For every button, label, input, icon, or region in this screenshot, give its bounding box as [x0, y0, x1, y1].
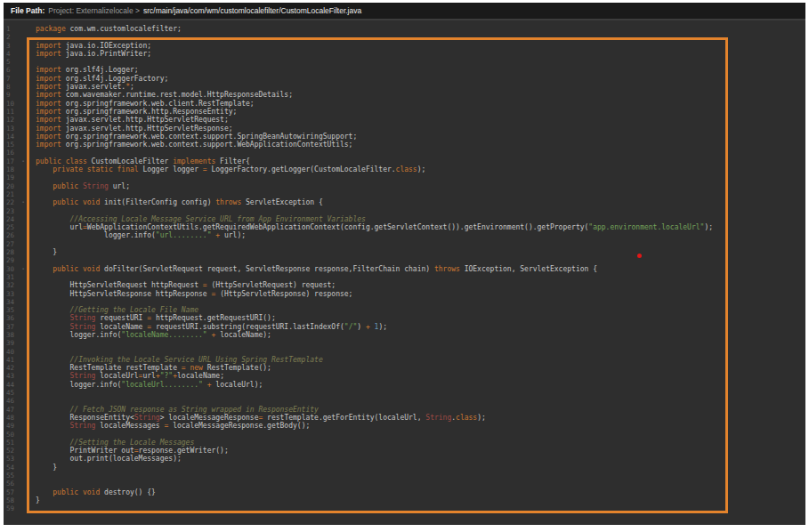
code-line[interactable]: 25 url=WebApplicationContextUtils.getReq…: [4, 223, 805, 231]
code-line[interactable]: 38 logger.info("localeName........" + lo…: [4, 331, 805, 339]
code-line[interactable]: 31: [4, 273, 805, 281]
line-number: 11: [4, 108, 19, 116]
line-number: 4: [4, 50, 19, 58]
code-line[interactable]: 43 String localeUrl=url+"?"+localeName;: [4, 372, 805, 380]
code-line[interactable]: 13import javax.servlet.http.HttpServletR…: [4, 125, 805, 133]
code-line[interactable]: 22- public void init(FilterConfig config…: [4, 198, 805, 206]
code-line[interactable]: 9import com.wavemaker.runtime.rest.model…: [4, 91, 805, 99]
code-line[interactable]: 34: [4, 298, 805, 306]
code-line[interactable]: 18 private static final Logger logger = …: [4, 165, 805, 173]
line-number: 49: [4, 422, 19, 430]
code-line[interactable]: 57 public void destroy() {}: [4, 488, 805, 496]
code-line[interactable]: 40: [4, 348, 805, 356]
code-line[interactable]: 44 logger.info("localeUrl........" + loc…: [4, 381, 805, 389]
code-line[interactable]: 2: [4, 33, 805, 41]
code-line[interactable]: 21: [4, 190, 805, 198]
code-line[interactable]: 37 String localeName = requestURI.substr…: [4, 323, 805, 331]
code-line[interactable]: 27: [4, 240, 805, 248]
line-number: 10: [4, 100, 19, 108]
code-line[interactable]: 4import java.io.PrintWriter;: [4, 50, 805, 58]
code-line[interactable]: 35 //Getting the Locale File Name: [4, 306, 805, 314]
line-number: 48: [4, 414, 19, 422]
code-line[interactable]: 19: [4, 173, 805, 181]
code-line[interactable]: 11import org.springframework.http.Respon…: [4, 108, 805, 116]
line-number: 33: [4, 290, 19, 298]
fold-marker-icon[interactable]: -: [19, 157, 28, 165]
code-line[interactable]: 6import org.slf4j.Logger;: [4, 66, 805, 74]
code-line[interactable]: 53 out.print(localeMessages);: [4, 455, 805, 463]
code-line[interactable]: 59: [4, 504, 805, 512]
code-line[interactable]: 10import org.springframework.web.client.…: [4, 100, 805, 108]
code-text: public void destroy() {}: [28, 488, 156, 496]
code-text: import org.springframework.web.context.s…: [28, 141, 352, 149]
line-number: 57: [4, 488, 19, 496]
line-number: 52: [4, 447, 19, 455]
code-line[interactable]: 5: [4, 58, 805, 66]
code-line[interactable]: 12import javax.servlet.http.HttpServletR…: [4, 116, 805, 124]
fold-spacer: [19, 33, 28, 41]
line-number: 30: [4, 265, 19, 273]
code-line[interactable]: 28 }: [4, 248, 805, 256]
code-line[interactable]: 56: [4, 480, 805, 488]
code-text: RestTemplate restTemplate = new RestTemp…: [28, 364, 271, 372]
code-line[interactable]: 55: [4, 472, 805, 480]
code-line[interactable]: 39: [4, 339, 805, 347]
fold-spacer: [19, 100, 28, 108]
code-line[interactable]: 52 PrintWriter out=response.getWriter();: [4, 447, 805, 455]
fold-spacer: [19, 165, 28, 173]
code-line[interactable]: 15import org.springframework.web.context…: [4, 141, 805, 149]
code-line[interactable]: 58}: [4, 496, 805, 504]
code-line[interactable]: 17-public class CustomLocaleFilter imple…: [4, 157, 805, 165]
code-line[interactable]: 46: [4, 397, 805, 405]
code-line[interactable]: 42 RestTemplate restTemplate = new RestT…: [4, 364, 805, 372]
code-line[interactable]: 24 //Accessing Locale Message Service UR…: [4, 215, 805, 223]
fold-spacer: [19, 231, 28, 239]
fold-spacer: [19, 42, 28, 50]
code-editor[interactable]: 1package com.wm.customlocalefilter;23imp…: [4, 20, 805, 513]
line-number: 45: [4, 389, 19, 397]
code-line[interactable]: 47 // Fetch JSON response as String wrap…: [4, 406, 805, 414]
code-line[interactable]: 8import javax.servlet.*;: [4, 83, 805, 91]
code-line[interactable]: 50: [4, 431, 805, 439]
line-number: 47: [4, 406, 19, 414]
fold-spacer: [19, 339, 28, 347]
code-line[interactable]: 45: [4, 389, 805, 397]
code-line[interactable]: 14import org.springframework.web.context…: [4, 133, 805, 141]
code-line[interactable]: 16: [4, 149, 805, 157]
code-line[interactable]: 49 String localeMessages = localeMessage…: [4, 422, 805, 430]
fold-spacer: [19, 190, 28, 198]
code-line[interactable]: 26 logger.info("url........" + url);: [4, 231, 805, 239]
code-text: import org.springframework.http.Response…: [28, 108, 237, 116]
code-line[interactable]: 20 public String url;: [4, 182, 805, 190]
fold-spacer: [19, 364, 28, 372]
code-text: [28, 149, 36, 157]
fold-spacer: [19, 108, 28, 116]
code-line[interactable]: 29: [4, 256, 805, 264]
line-number: 39: [4, 339, 19, 347]
code-text: ResponseEntity<String> localeMessageResp…: [28, 414, 486, 422]
code-line[interactable]: 30- public void doFilter(ServletRequest …: [4, 265, 805, 273]
fold-spacer: [19, 281, 28, 289]
code-line[interactable]: 1package com.wm.customlocalefilter;: [4, 25, 805, 33]
code-line[interactable]: 54 }: [4, 463, 805, 472]
fold-marker-icon[interactable]: -: [19, 265, 28, 273]
fold-spacer: [19, 348, 28, 356]
code-lines[interactable]: 1package com.wm.customlocalefilter;23imp…: [4, 25, 805, 513]
code-line[interactable]: 7import org.slf4j.LoggerFactory;: [4, 75, 805, 83]
code-line[interactable]: 36 String requestURI = httpRequest.getRe…: [4, 314, 805, 322]
code-line[interactable]: 33 HttpServletResponse httpResponse = (H…: [4, 290, 805, 298]
fold-marker-icon[interactable]: -: [19, 198, 28, 206]
code-line[interactable]: 48 ResponseEntity<String> localeMessageR…: [4, 414, 805, 422]
code-line[interactable]: 3import java.io.IOException;: [4, 42, 805, 50]
code-line[interactable]: 23: [4, 207, 805, 215]
code-line[interactable]: 41 //Invoking the Locale Service URL Usi…: [4, 356, 805, 364]
code-text: [28, 256, 36, 264]
code-text: [28, 173, 36, 181]
fold-spacer: [19, 125, 28, 133]
fold-spacer: [19, 314, 28, 322]
code-text: [28, 504, 36, 512]
line-number: 15: [4, 141, 19, 149]
code-line[interactable]: 51 //Setting the Locale Messages: [4, 439, 805, 447]
code-line[interactable]: 32 HttpServletRequest httpRequest = (Htt…: [4, 281, 805, 289]
line-number: 27: [4, 240, 19, 248]
